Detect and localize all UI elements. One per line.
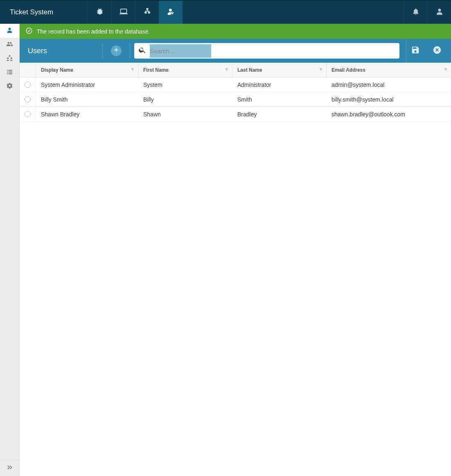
close-button[interactable]: [428, 39, 446, 63]
radio-icon[interactable]: [25, 82, 31, 88]
gear-icon: [6, 82, 13, 91]
col-select: [20, 63, 36, 77]
cell-display-name: Billy Smith: [36, 92, 138, 107]
col-label: Display Name: [41, 67, 73, 73]
person-icon: [6, 27, 13, 35]
page-header: Users: [20, 39, 451, 63]
topnav-item-user-settings[interactable]: [159, 1, 183, 24]
divider: [130, 43, 130, 58]
cell-first-name: System: [138, 77, 232, 92]
cell-last-name: Bradley: [232, 107, 327, 121]
laptop-icon: [120, 7, 128, 17]
cell-display-name: System Administrator: [36, 77, 138, 92]
col-label: Last Name: [237, 67, 262, 73]
table-header: Display Name First Name Last Name Email …: [20, 63, 451, 77]
content: The record has been added to the databas…: [20, 24, 451, 476]
bell-icon: [412, 7, 420, 17]
notifications-button[interactable]: [404, 1, 427, 24]
topnav-item-bug[interactable]: [88, 1, 111, 24]
cell-first-name: Shawn: [138, 107, 232, 121]
cell-display-name: Shawn Bradley: [36, 107, 138, 121]
table-row[interactable]: System AdministratorSystemAdministratora…: [20, 77, 451, 92]
user-gear-icon: [167, 7, 175, 17]
row-select[interactable]: [20, 77, 36, 92]
row-select[interactable]: [20, 107, 36, 121]
plus-icon: [113, 47, 120, 55]
table-row[interactable]: Shawn BradleyShawnBradleyshawn.bradley@o…: [20, 107, 451, 122]
filter-icon[interactable]: [444, 67, 448, 73]
user-icon: [435, 7, 444, 17]
top-nav: [88, 1, 183, 24]
topnav-item-laptop[interactable]: [111, 1, 135, 24]
cell-last-name: Smith: [232, 92, 327, 107]
save-icon: [411, 45, 420, 56]
divider: [102, 43, 103, 58]
users-table: Display Name First Name Last Name Email …: [20, 63, 451, 476]
left-sidebar: [0, 24, 20, 476]
search-input[interactable]: [150, 44, 395, 58]
table-body: System AdministratorSystemAdministratora…: [20, 77, 451, 476]
sitemap-icon: [143, 7, 151, 17]
cell-email: billy.smith@system.local: [327, 92, 451, 107]
radio-icon[interactable]: [25, 96, 31, 102]
sidebar-item-list[interactable]: [0, 66, 19, 79]
col-display-name[interactable]: Display Name: [36, 63, 138, 77]
topnav-item-sitemap[interactable]: [135, 1, 159, 24]
account-button[interactable]: [427, 1, 451, 24]
success-banner: The record has been added to the databas…: [20, 24, 451, 39]
app-title: Ticket System: [0, 8, 63, 16]
people-icon: [6, 41, 13, 49]
radio-icon[interactable]: [25, 111, 31, 117]
col-label: First Name: [143, 67, 169, 73]
filter-icon[interactable]: [225, 67, 229, 73]
sidebar-item-settings[interactable]: [0, 79, 19, 93]
save-button[interactable]: [406, 39, 424, 63]
row-select[interactable]: [20, 92, 36, 107]
sidebar-item-user[interactable]: [0, 24, 19, 38]
cell-email: shawn.bradley@outlook.com: [327, 107, 451, 121]
sidebar-expand-button[interactable]: [0, 460, 19, 476]
topbar-right: [404, 1, 451, 24]
filter-icon[interactable]: [319, 67, 323, 73]
col-last-name[interactable]: Last Name: [232, 63, 327, 77]
search-box[interactable]: [134, 43, 399, 59]
col-first-name[interactable]: First Name: [138, 63, 232, 77]
sidebar-item-org[interactable]: [0, 52, 19, 66]
close-circle-icon: [433, 45, 442, 56]
org-icon: [6, 54, 13, 63]
svg-point-0: [26, 28, 32, 34]
sidebar-item-group[interactable]: [0, 38, 19, 52]
col-label: Email Address: [331, 67, 365, 73]
col-email[interactable]: Email Address: [327, 63, 451, 77]
check-circle-icon: [25, 27, 33, 36]
filter-icon[interactable]: [131, 67, 135, 73]
page-title: Users: [25, 47, 98, 55]
list-icon: [6, 68, 13, 77]
chevron-double-right-icon: [7, 464, 13, 472]
cell-last-name: Administrator: [232, 77, 327, 92]
table-row[interactable]: Billy SmithBillySmithbilly.smith@system.…: [20, 92, 451, 107]
bug-icon: [96, 7, 104, 17]
add-button[interactable]: [111, 45, 122, 56]
cell-first-name: Billy: [138, 92, 232, 107]
cell-email: admin@system.local: [327, 77, 451, 92]
search-icon: [138, 46, 150, 56]
notification-text: The record has been added to the databas…: [37, 28, 150, 35]
top-bar: Ticket System: [0, 0, 451, 24]
